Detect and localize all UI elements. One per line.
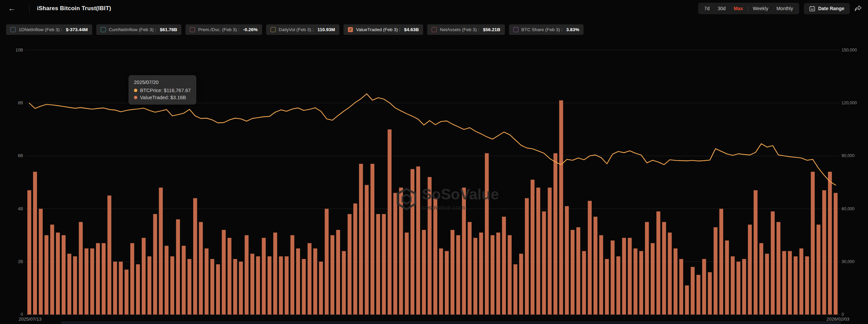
valuetraded-bar[interactable] (639, 251, 643, 315)
valuetraded-bar[interactable] (565, 206, 569, 315)
valuetraded-bar[interactable] (645, 222, 649, 315)
valuetraded-bar[interactable] (411, 169, 415, 315)
valuetraded-bar[interactable] (736, 262, 741, 315)
valuetraded-bar[interactable] (44, 235, 48, 315)
valuetraded-bar[interactable] (188, 259, 192, 315)
valuetraded-bar[interactable] (599, 235, 603, 315)
valuetraded-bar[interactable] (788, 251, 792, 315)
share-button[interactable] (854, 5, 862, 12)
valuetraded-bar[interactable] (725, 240, 729, 315)
valuetraded-bar[interactable] (56, 233, 60, 315)
valuetraded-bar[interactable] (674, 249, 678, 315)
valuetraded-bar[interactable] (513, 264, 517, 315)
valuetraded-bar[interactable] (571, 230, 575, 315)
valuetraded-bar[interactable] (616, 256, 620, 315)
back-button[interactable]: ← (6, 3, 18, 14)
valuetraded-bar[interactable] (519, 254, 523, 315)
valuetraded-bar[interactable] (107, 196, 112, 315)
valuetraded-bar[interactable] (714, 227, 718, 315)
valuetraded-bar[interactable] (748, 224, 752, 315)
valuetraded-bar[interactable] (285, 256, 289, 315)
valuetraded-bar[interactable] (331, 235, 335, 315)
valuetraded-bar[interactable] (193, 198, 197, 315)
valuetraded-bar[interactable] (382, 214, 386, 315)
valuetraded-bar[interactable] (222, 230, 226, 315)
valuetraded-bar[interactable] (73, 256, 77, 315)
valuetraded-bar[interactable] (130, 243, 134, 315)
valuetraded-bar[interactable] (371, 164, 375, 315)
valuetraded-bar[interactable] (422, 230, 426, 315)
valuetraded-bar[interactable] (84, 249, 88, 315)
valuetraded-bar[interactable] (313, 249, 317, 315)
valuetraded-bar[interactable] (376, 214, 380, 315)
valuetraded-bar[interactable] (176, 219, 180, 315)
valuetraded-bar[interactable] (428, 177, 432, 315)
valuetraded-bar[interactable] (628, 238, 632, 315)
legend-chip-cumnetinflow[interactable]: CumNetInflow (Feb 3) : $61.78B (96, 24, 182, 35)
range-7d[interactable]: 7d (700, 4, 714, 13)
valuetraded-bar[interactable] (656, 211, 660, 315)
valuetraded-bar[interactable] (27, 190, 32, 315)
valuetraded-bar[interactable] (182, 246, 186, 315)
valuetraded-bar[interactable] (90, 249, 94, 315)
valuetraded-bar[interactable] (245, 235, 249, 315)
valuetraded-bar[interactable] (170, 256, 174, 315)
valuetraded-bar[interactable] (553, 153, 557, 315)
valuetraded-bar[interactable] (771, 211, 775, 315)
price-volume-chart[interactable]: 002B30,0004B60,0006B90,0008B120,00010B15… (0, 0, 868, 324)
valuetraded-bar[interactable] (691, 267, 695, 315)
valuetraded-bar[interactable] (164, 246, 169, 315)
valuetraded-bar[interactable] (456, 235, 460, 315)
valuetraded-bar[interactable] (531, 180, 535, 315)
valuetraded-bar[interactable] (262, 238, 266, 315)
valuetraded-bar[interactable] (719, 209, 723, 315)
valuetraded-bar[interactable] (319, 262, 323, 315)
valuetraded-bar[interactable] (708, 272, 712, 315)
valuetraded-bar[interactable] (685, 285, 689, 315)
legend-chip-premdsc[interactable]: Prem./Dsc. (Feb 3) : -0.26% (185, 24, 262, 35)
datazoom-slider[interactable] (61, 322, 841, 324)
valuetraded-bar[interactable] (348, 214, 352, 315)
valuetraded-bar[interactable] (742, 259, 746, 315)
valuetraded-bar[interactable] (153, 214, 157, 315)
valuetraded-bar[interactable] (634, 249, 638, 315)
date-range-button[interactable]: 12 Date Range (804, 3, 850, 14)
valuetraded-bar[interactable] (816, 224, 821, 315)
valuetraded-bar[interactable] (782, 251, 786, 315)
valuetraded-bar[interactable] (159, 188, 163, 315)
valuetraded-bar[interactable] (473, 238, 477, 315)
valuetraded-bar[interactable] (559, 100, 563, 315)
valuetraded-bar[interactable] (508, 235, 512, 315)
valuetraded-bar[interactable] (468, 222, 472, 315)
valuetraded-bar[interactable] (216, 264, 220, 315)
valuetraded-bar[interactable] (124, 269, 129, 315)
valuetraded-bar[interactable] (342, 251, 346, 315)
valuetraded-bar[interactable] (834, 193, 838, 315)
valuetraded-bar[interactable] (291, 235, 295, 315)
valuetraded-bar[interactable] (102, 243, 106, 315)
valuetraded-bar[interactable] (256, 256, 260, 315)
valuetraded-bar[interactable] (439, 249, 443, 315)
valuetraded-bar[interactable] (582, 251, 586, 315)
valuetraded-bar[interactable] (731, 256, 735, 315)
valuetraded-bar[interactable] (548, 188, 552, 315)
valuetraded-bar[interactable] (593, 217, 597, 315)
valuetraded-bar[interactable] (668, 233, 672, 315)
valuetraded-bar[interactable] (268, 256, 272, 315)
valuetraded-bar[interactable] (39, 209, 43, 315)
valuetraded-bar[interactable] (62, 235, 66, 315)
valuetraded-bar[interactable] (336, 230, 340, 315)
valuetraded-bar[interactable] (651, 243, 655, 315)
valuetraded-bar[interactable] (205, 249, 209, 315)
valuetraded-bar[interactable] (67, 254, 72, 315)
range-weekly[interactable]: Weekly (749, 4, 772, 13)
range-monthly[interactable]: Monthly (772, 4, 797, 13)
valuetraded-bar[interactable] (228, 238, 232, 315)
valuetraded-bar[interactable] (576, 227, 580, 315)
valuetraded-bar[interactable] (388, 129, 392, 315)
valuetraded-bar[interactable] (113, 262, 117, 315)
valuetraded-bar[interactable] (479, 233, 483, 315)
valuetraded-bar[interactable] (491, 235, 495, 315)
valuetraded-bar[interactable] (136, 264, 140, 315)
valuetraded-bar[interactable] (525, 198, 529, 315)
